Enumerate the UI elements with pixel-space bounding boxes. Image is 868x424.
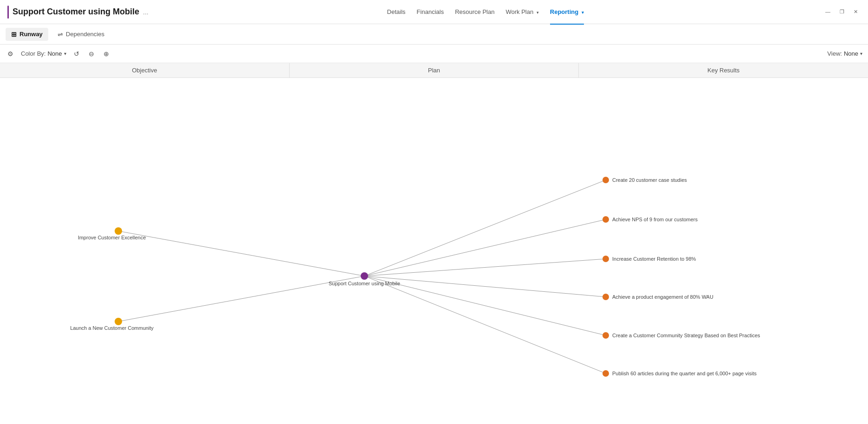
tab-dependencies[interactable]: ⇌ Dependencies: [52, 28, 110, 41]
svg-line-0: [118, 231, 364, 276]
svg-text:Create 20 customer case studie: Create 20 customer case studies: [612, 177, 687, 183]
title-left: Support Customer using Mobile ...: [7, 6, 149, 19]
col-header-key-results: Key Results: [579, 63, 868, 77]
window-controls: — ❐ ✕: [823, 8, 861, 16]
svg-line-6: [364, 276, 606, 335]
settings-bar: ⚙ Color By: None ▾ ↺ ⊖ ⊕ View: None ▾: [0, 45, 868, 63]
color-by-control: Color By: None ▾: [21, 50, 66, 57]
svg-point-22: [602, 370, 609, 377]
view-control: View: None ▾: [827, 50, 862, 57]
top-nav: Details Financials Resource Plan Work Pl…: [387, 6, 584, 17]
color-by-chevron-icon[interactable]: ▾: [64, 51, 66, 56]
nav-resource-plan[interactable]: Resource Plan: [455, 6, 494, 17]
minimize-button[interactable]: —: [823, 8, 833, 16]
svg-point-14: [602, 216, 609, 223]
zoom-in-icon[interactable]: ⊕: [102, 48, 111, 59]
title-more[interactable]: ...: [143, 8, 149, 16]
svg-line-5: [364, 276, 606, 297]
view-label: View:: [827, 50, 842, 57]
tab-runway[interactable]: ⊞ Runway: [6, 28, 48, 41]
color-by-value[interactable]: None: [47, 50, 62, 57]
svg-text:Create a Customer Community St: Create a Customer Community Strategy Bas…: [612, 333, 760, 338]
tab-runway-label: Runway: [19, 31, 43, 38]
svg-line-1: [118, 276, 364, 321]
svg-text:Launch a New Customer Communit: Launch a New Customer Community: [70, 325, 154, 331]
svg-text:Improve Customer Excellence: Improve Customer Excellence: [78, 235, 146, 240]
svg-text:Support Customer using Mobile: Support Customer using Mobile: [329, 281, 400, 286]
toolbar: ⊞ Runway ⇌ Dependencies: [0, 24, 868, 45]
page-title: Support Customer using Mobile: [13, 7, 139, 17]
svg-point-18: [602, 294, 609, 300]
col-header-objective: Objective: [0, 63, 290, 77]
tab-dependencies-label: Dependencies: [66, 31, 104, 38]
runway-icon: ⊞: [11, 31, 17, 38]
reporting-chevron: ▾: [582, 10, 584, 15]
title-accent: [7, 6, 9, 19]
svg-point-24: [361, 272, 368, 280]
svg-text:Publish 60 articles during the: Publish 60 articles during the quarter a…: [612, 371, 757, 376]
nav-details[interactable]: Details: [387, 6, 406, 17]
col-header-plan: Plan: [290, 63, 579, 77]
svg-point-20: [602, 332, 609, 339]
svg-point-8: [115, 227, 122, 235]
svg-point-16: [602, 256, 609, 262]
nav-financials[interactable]: Financials: [417, 6, 444, 17]
svg-line-7: [364, 276, 606, 373]
dependencies-icon: ⇌: [58, 31, 63, 38]
title-bar: Support Customer using Mobile ... Detail…: [0, 0, 868, 24]
gear-icon[interactable]: ⚙: [6, 48, 15, 59]
color-by-label: Color By:: [21, 50, 45, 57]
runway-graph: Improve Customer ExcellenceLaunch a New …: [0, 78, 868, 421]
nav-work-plan[interactable]: Work Plan ▾: [505, 6, 538, 17]
work-plan-chevron: ▾: [537, 10, 539, 15]
close-button[interactable]: ✕: [851, 8, 861, 16]
restore-button[interactable]: ❐: [837, 8, 847, 16]
view-value[interactable]: None: [844, 50, 858, 57]
svg-text:Achieve a product engagement o: Achieve a product engagement of 80% WAU: [612, 294, 713, 300]
svg-text:Increase Customer Retention to: Increase Customer Retention to 98%: [612, 256, 696, 262]
svg-point-10: [115, 318, 122, 325]
zoom-out-icon[interactable]: ⊖: [87, 48, 96, 59]
svg-point-12: [602, 177, 609, 183]
reset-icon[interactable]: ↺: [72, 48, 81, 59]
column-headers: Objective Plan Key Results: [0, 63, 868, 78]
svg-text:Achieve NPS of 9 from our cust: Achieve NPS of 9 from our customers: [612, 217, 698, 222]
view-chevron-icon[interactable]: ▾: [860, 51, 862, 56]
graph-canvas: Improve Customer ExcellenceLaunch a New …: [0, 78, 868, 422]
nav-reporting[interactable]: Reporting ▾: [550, 6, 584, 17]
